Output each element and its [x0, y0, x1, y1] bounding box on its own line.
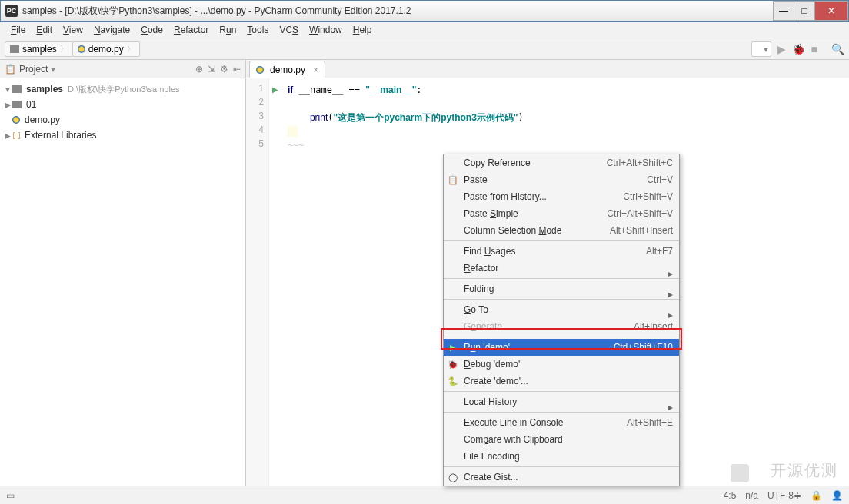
project-icon: 📋	[5, 64, 16, 75]
menu-tools[interactable]: Tools	[242, 23, 273, 37]
status-linesep[interactable]: n/a	[745, 490, 758, 501]
tree-file-demo[interactable]: demo.py	[0, 112, 245, 128]
python-file-icon	[78, 45, 85, 53]
editor-context-menu: Copy ReferenceCtrl+Alt+Shift+C 📋PasteCtr…	[443, 154, 680, 486]
ctx-paste-history[interactable]: Paste from History...Ctrl+Shift+V	[444, 188, 679, 205]
window-title: samples - [D:\版权\快学Python3\samples] - ..…	[22, 5, 774, 18]
ctx-folding[interactable]: Folding	[444, 280, 679, 297]
line-number-gutter: 12345	[246, 78, 269, 501]
python-icon: 🐍	[448, 376, 458, 386]
menu-refactor[interactable]: Refactor	[169, 23, 213, 37]
menu-navigate[interactable]: Navigate	[89, 23, 135, 37]
dropdown-icon[interactable]: ▾	[51, 64, 55, 75]
project-tool-window: 📋 Project ▾ ⊕ ⇲ ⚙ ⇤ ▼ samples D:\版权\快学Py…	[0, 60, 246, 501]
ctx-refactor[interactable]: Refactor	[444, 260, 679, 277]
folder-icon	[12, 101, 22, 108]
tree-root-name: samples	[26, 84, 63, 94]
ctx-debug-demo[interactable]: 🐞Debug 'demo'	[444, 356, 679, 373]
project-panel-header: 📋 Project ▾ ⊕ ⇲ ⚙ ⇤	[0, 60, 245, 78]
tree-file-label: demo.py	[25, 114, 60, 125]
editor-tab-demo[interactable]: demo.py ×	[249, 61, 325, 78]
breadcrumb-file[interactable]: demo.py	[72, 41, 140, 57]
project-tree[interactable]: ▼ samples D:\版权\快学Python3\samples ▶ 01 d…	[0, 78, 245, 146]
search-icon[interactable]: 🔍	[831, 43, 844, 55]
menu-window[interactable]: Window	[305, 23, 347, 37]
menu-help[interactable]: Help	[348, 23, 377, 37]
stop-button-icon[interactable]: ■	[811, 43, 817, 55]
python-file-icon	[256, 66, 264, 74]
window-maximize-button[interactable]: □	[794, 1, 815, 21]
editor-tabs: demo.py ×	[246, 60, 849, 78]
window-titlebar: PC samples - [D:\版权\快学Python3\samples] -…	[0, 0, 849, 22]
tree-root-path: D:\版权\快学Python3\samples	[68, 84, 180, 95]
ctx-goto[interactable]: Go To	[444, 301, 679, 318]
tree-external-libraries[interactable]: ▶ ⫿⫿ External Libraries	[0, 128, 245, 143]
watermark-icon	[731, 464, 749, 482]
run-gutter: ▶	[269, 78, 281, 501]
run-button-icon[interactable]: ▶	[777, 43, 786, 55]
ctx-file-encoding[interactable]: File Encoding	[444, 448, 679, 465]
breadcrumb-folder-label: samples	[22, 44, 57, 55]
expand-icon[interactable]: ▶	[3, 131, 12, 140]
status-left-icon[interactable]: ▭	[6, 490, 15, 501]
tree-ext-lib-label: External Libraries	[25, 130, 96, 141]
ctx-compare-clipboard[interactable]: Compare with Clipboard	[444, 431, 679, 448]
app-icon: PC	[5, 5, 18, 17]
status-cursor-position[interactable]: 4:5	[724, 490, 737, 501]
breadcrumb-file-label: demo.py	[88, 44, 124, 55]
menu-vcs[interactable]: VCS	[275, 23, 303, 37]
menu-code[interactable]: Code	[136, 23, 168, 37]
ctx-generate: Generate...Alt+Insert	[444, 318, 679, 335]
ctx-create-gist[interactable]: ◯Create Gist...	[444, 469, 679, 486]
window-minimize-button[interactable]: —	[773, 1, 794, 21]
ctx-copy-reference[interactable]: Copy ReferenceCtrl+Alt+Shift+C	[444, 154, 679, 171]
ctx-column-selection[interactable]: Column Selection ModeAlt+Shift+Insert	[444, 222, 679, 239]
ctx-create-demo[interactable]: 🐍Create 'demo'...	[444, 373, 679, 390]
folder-icon	[10, 45, 19, 53]
debug-icon: 🐞	[448, 360, 458, 370]
folder-icon	[12, 85, 22, 93]
library-icon: ⫿⫿	[12, 130, 22, 141]
settings-icon[interactable]: ⚙	[220, 64, 228, 75]
main-menubar: File Edit View Navigate Code Refactor Ru…	[0, 22, 849, 38]
github-icon: ◯	[448, 472, 458, 482]
breadcrumb-folder[interactable]: samples	[5, 41, 73, 57]
python-file-icon	[12, 116, 20, 124]
status-encoding[interactable]: UTF-8≑	[767, 490, 801, 501]
collapse-icon[interactable]: ⊕	[195, 64, 203, 75]
expand-icon[interactable]: ▼	[3, 85, 12, 94]
menu-view[interactable]: View	[58, 23, 88, 37]
watermark-text: 开源优测	[771, 460, 838, 481]
scroll-to-icon[interactable]: ⇲	[208, 64, 215, 75]
tab-label: demo.py	[270, 65, 305, 75]
project-label[interactable]: Project	[19, 64, 48, 75]
ctx-paste-simple[interactable]: Paste SimpleCtrl+Alt+Shift+V	[444, 205, 679, 222]
status-bar: ▭ 4:5 n/a UTF-8≑ 🔒 👤	[0, 486, 849, 504]
status-lock-icon[interactable]: 🔒	[811, 490, 822, 501]
expand-icon[interactable]: ▶	[3, 101, 12, 109]
paste-icon: 📋	[448, 175, 458, 185]
ctx-run-demo[interactable]: ▶Run 'demo'Ctrl+Shift+F10	[444, 339, 679, 356]
tree-root[interactable]: ▼ samples D:\版权\快学Python3\samples	[0, 81, 245, 97]
debug-button-icon[interactable]: 🐞	[792, 43, 805, 55]
ctx-paste[interactable]: 📋PasteCtrl+V	[444, 171, 679, 188]
ctx-local-history[interactable]: Local History	[444, 393, 679, 410]
window-close-button[interactable]: ✕	[814, 1, 848, 21]
close-tab-icon[interactable]: ×	[313, 65, 318, 75]
tree-folder-01[interactable]: ▶ 01	[0, 97, 245, 112]
hide-icon[interactable]: ⇤	[233, 64, 241, 75]
menu-file[interactable]: File	[6, 23, 30, 37]
run-icon: ▶	[448, 343, 458, 353]
ctx-execute-line[interactable]: Execute Line in ConsoleAlt+Shift+E	[444, 414, 679, 431]
navigation-toolbar: samples demo.py ▶ 🐞 ■ 🔍	[0, 38, 849, 60]
menu-run[interactable]: Run	[215, 23, 241, 37]
status-hector-icon[interactable]: 👤	[831, 490, 843, 501]
tree-folder-label: 01	[26, 99, 36, 110]
menu-edit[interactable]: Edit	[32, 23, 57, 37]
ctx-find-usages[interactable]: Find UsagesAlt+F7	[444, 243, 679, 260]
gutter-run-icon[interactable]: ▶	[269, 83, 281, 97]
run-config-dropdown[interactable]	[751, 41, 771, 57]
